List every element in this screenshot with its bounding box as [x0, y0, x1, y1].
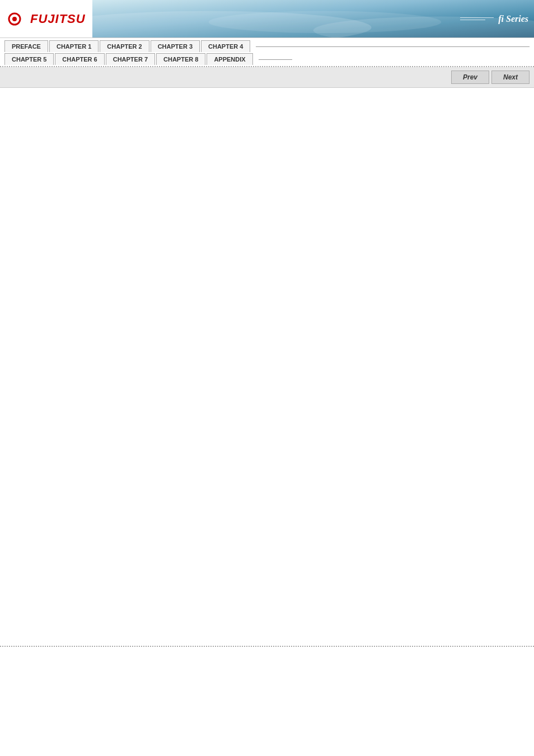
tab-chapter6[interactable]: CHAPTER 6 — [55, 53, 104, 65]
toolbar: Prev Next — [0, 67, 534, 88]
svg-point-1 — [12, 17, 17, 21]
nav-row-2: CHAPTER 5 CHAPTER 6 CHAPTER 7 CHAPTER 8 … — [4, 53, 530, 66]
banner-lines — [460, 17, 494, 20]
fi-series-area: fi Series — [460, 14, 528, 24]
tab-chapter8[interactable]: CHAPTER 8 — [156, 53, 205, 65]
fi-series-label: fi Series — [498, 14, 528, 24]
nav-row2-spacer — [254, 53, 530, 66]
tab-preface[interactable]: PREFACE — [4, 40, 48, 52]
next-button[interactable]: Next — [491, 71, 530, 84]
nav-row1-spacer — [251, 40, 530, 53]
fujitsu-logo-text: FUJITSU — [30, 12, 86, 26]
navigation-tabs: PREFACE CHAPTER 1 CHAPTER 2 CHAPTER 3 CH… — [0, 38, 534, 67]
nav-line-1 — [256, 46, 530, 47]
fujitsu-logo: FUJITSU — [7, 7, 86, 31]
nav-line-2 — [259, 59, 292, 60]
tab-chapter5[interactable]: CHAPTER 5 — [4, 53, 54, 65]
fujitsu-logo-icon — [7, 7, 30, 31]
tab-chapter3[interactable]: CHAPTER 3 — [151, 40, 200, 52]
tab-chapter2[interactable]: CHAPTER 2 — [100, 40, 149, 52]
prev-button[interactable]: Prev — [451, 71, 489, 84]
tab-chapter7[interactable]: CHAPTER 7 — [106, 53, 155, 65]
tab-chapter4[interactable]: CHAPTER 4 — [201, 40, 250, 52]
bottom-divider — [0, 646, 534, 647]
header-banner: fi Series — [92, 0, 534, 37]
main-content — [0, 88, 534, 110]
tab-appendix[interactable]: APPENDIX — [207, 53, 252, 65]
nav-row-1: PREFACE CHAPTER 1 CHAPTER 2 CHAPTER 3 CH… — [4, 40, 530, 53]
page-header: FUJITSU — [0, 0, 534, 38]
tab-chapter1[interactable]: CHAPTER 1 — [49, 40, 99, 52]
logo-area: FUJITSU — [0, 0, 92, 37]
